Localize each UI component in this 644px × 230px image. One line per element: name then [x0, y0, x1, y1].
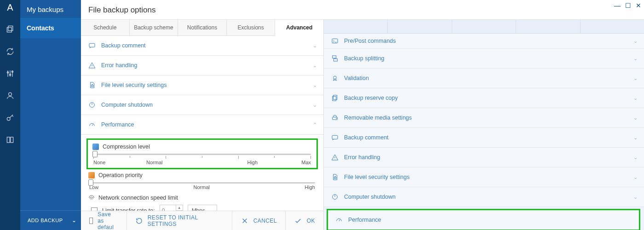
limit-transfer-label: Limit transfer rate to: [102, 207, 155, 211]
limit-unit-dropdown[interactable]: Mbps ⌄ [188, 205, 217, 211]
tab-backup-scheme[interactable]: Backup scheme [130, 20, 178, 35]
check-icon [294, 217, 302, 225]
sidebar-title: My backups [20, 0, 81, 18]
svg-point-13 [334, 76, 337, 79]
r-acc-error[interactable]: Error handling ⌄ [324, 148, 644, 167]
gauge-icon [87, 120, 97, 129]
acc-file-security[interactable]: File level security settings ⌄ [81, 75, 323, 95]
limit-spinner[interactable]: ▲▼ [176, 205, 183, 211]
network-limit-label: Network connection speed limit [98, 195, 178, 201]
save-default-checkbox[interactable] [89, 218, 93, 224]
app-logo-icon[interactable]: A [5, 2, 16, 13]
performance-panel: Compression level None Normal High Max [81, 135, 323, 211]
right-tab[interactable] [581, 20, 644, 33]
r-acc-pre-post[interactable]: Pre/Post commands ⌄ [324, 34, 644, 49]
limit-checkbox[interactable] [91, 207, 98, 211]
operation-priority-label: Operation priority [98, 172, 143, 178]
compression-level-label: Compression level [103, 144, 150, 150]
comment-icon [330, 133, 339, 142]
close-button[interactable]: ✕ [636, 2, 641, 9]
r-acc-file-security[interactable]: File level security settings ⌄ [324, 167, 644, 187]
power-icon [87, 100, 97, 109]
page-title: File backup options [81, 0, 644, 20]
comment-icon [87, 41, 97, 50]
maximize-button[interactable]: ☐ [625, 2, 631, 9]
warning-icon [330, 153, 339, 162]
cancel-button[interactable]: CANCEL [232, 211, 286, 230]
acc-backup-comment[interactable]: Backup comment ⌄ [81, 36, 323, 56]
slider-thumb[interactable] [88, 179, 93, 186]
save-as-default-button[interactable]: Save as defaul [81, 211, 127, 230]
copy-icon [330, 93, 339, 103]
svg-point-6 [7, 117, 10, 121]
right-tab-strip [324, 20, 644, 34]
priority-slider[interactable]: Low Normal High [88, 182, 316, 192]
tab-schedule[interactable]: Schedule [81, 20, 130, 35]
tab-exclusions[interactable]: Exclusions [227, 20, 276, 35]
svg-rect-1 [7, 28, 12, 32]
chevron-down-icon: ⌄ [633, 155, 638, 161]
chevron-down-icon: ⌄ [313, 102, 317, 108]
drive-icon [330, 113, 339, 122]
compression-slider[interactable]: None Normal High Max [92, 154, 312, 167]
chevron-up-icon: ⌃ [313, 122, 317, 128]
chevron-down-icon: ⌄ [633, 115, 638, 121]
reset-button[interactable]: RESET TO INITIAL SETTINGS [127, 211, 232, 230]
acc-error-handling[interactable]: Error handling ⌄ [81, 56, 323, 75]
acc-performance[interactable]: Performance ⌃ [81, 115, 323, 135]
chevron-down-icon: ⌄ [313, 63, 317, 69]
copy-stack-icon[interactable] [5, 24, 16, 35]
tab-advanced[interactable]: Advanced [275, 20, 323, 36]
r-acc-removable[interactable]: Removable media settings ⌄ [324, 108, 644, 128]
terminal-icon [330, 36, 339, 46]
svg-rect-18 [332, 135, 338, 139]
r-acc-reserve[interactable]: Backup reserve copy ⌄ [324, 88, 644, 108]
compression-icon [92, 144, 99, 150]
reset-icon [135, 217, 143, 225]
chevron-down-icon: ⌄ [313, 82, 317, 88]
icon-rail: A [0, 0, 20, 230]
r-acc-comment[interactable]: Backup comment ⌄ [324, 128, 644, 148]
right-tab[interactable] [516, 20, 580, 33]
slider-thumb[interactable] [92, 151, 98, 157]
svg-point-17 [336, 118, 337, 119]
network-icon [88, 195, 95, 201]
footer-bar: Save as defaul RESET TO INITIAL SETTINGS… [81, 211, 323, 230]
right-tab[interactable] [388, 20, 452, 33]
r-acc-validation[interactable]: Validation ⌄ [324, 69, 644, 88]
key-icon[interactable] [5, 112, 16, 123]
right-tab[interactable] [324, 20, 388, 33]
user-icon[interactable] [5, 90, 16, 101]
sync-icon[interactable] [5, 46, 16, 57]
power-icon [330, 192, 339, 201]
sliders-icon[interactable] [5, 68, 16, 79]
chevron-down-icon: ⌄ [313, 43, 317, 49]
svg-rect-11 [333, 56, 336, 58]
close-icon [241, 217, 249, 225]
add-backup-button[interactable]: ADD BACKUP ⌄ [20, 210, 81, 230]
sidebar: My backups Contacts ADD BACKUP ⌄ [20, 0, 81, 230]
options-tabs: Schedule Backup scheme Notifications Exc… [81, 20, 323, 36]
file-lock-icon [87, 80, 97, 90]
svg-rect-10 [332, 39, 338, 43]
chevron-down-icon: ⌄ [633, 75, 638, 81]
r-acc-performance[interactable]: Performance [328, 210, 639, 230]
chevron-down-icon: ⌄ [633, 135, 638, 141]
chevron-down-icon: ⌄ [633, 95, 638, 101]
svg-rect-0 [8, 26, 13, 31]
sidebar-item-contacts[interactable]: Contacts [20, 18, 81, 38]
chevron-down-icon: ⌄ [633, 194, 638, 200]
right-tab[interactable] [452, 20, 516, 33]
r-acc-shutdown[interactable]: Computer shutdown ⌄ [324, 187, 644, 207]
minimize-button[interactable]: — [614, 2, 621, 9]
right-pane: Pre/Post commands ⌄ Backup splitting ⌄ V… [324, 20, 644, 230]
chevron-down-icon: ⌄ [633, 38, 638, 44]
tab-notifications[interactable]: Notifications [178, 20, 227, 35]
ok-button[interactable]: OK [286, 211, 323, 230]
r-acc-splitting[interactable]: Backup splitting ⌄ [324, 49, 644, 69]
svg-point-5 [9, 92, 12, 96]
acc-computer-shutdown[interactable]: Computer shutdown ⌄ [81, 95, 323, 115]
svg-rect-7 [89, 43, 95, 47]
limit-value-input[interactable] [160, 205, 176, 211]
book-icon[interactable] [5, 134, 16, 145]
